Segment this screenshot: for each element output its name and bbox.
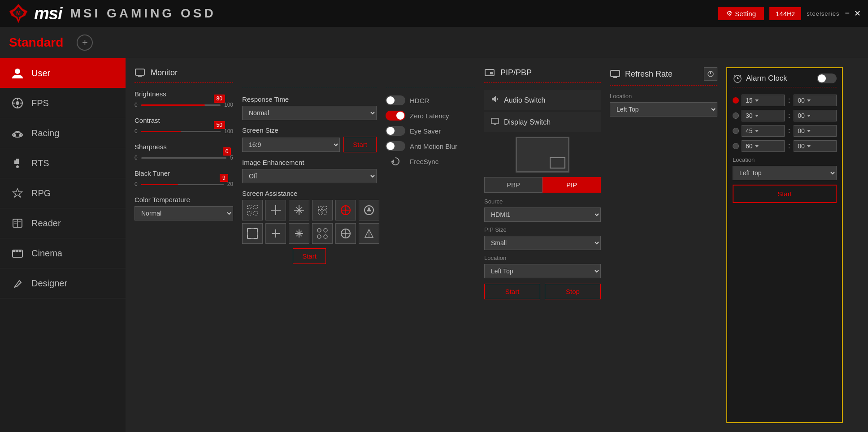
pip-size-section: PIP Size Small Medium Large [484,226,601,250]
assist-btn-7[interactable] [242,223,263,244]
display-switch-item[interactable]: Display Switch [484,112,601,132]
racing-icon [11,126,24,140]
sharpness-slider[interactable]: 0 [141,153,227,162]
brightness-value: 80 [214,95,225,103]
alarm-min-dropdown-icon-1[interactable] [806,97,812,104]
screen-assistance-start-row: Start [242,248,377,264]
display-switch-label: Display Switch [504,118,551,126]
alarm-location-label: Location [733,156,837,163]
monitor-icon [135,67,145,78]
alarm-location-select[interactable]: Left Top Right Top Left Bottom Right Bot… [733,166,837,180]
refresh-location-label: Location [610,93,717,99]
brightness-section: Brightness 0 80 100 [135,90,233,109]
pip-stop-button[interactable]: Stop [545,284,601,299]
add-profile-button[interactable]: + [77,35,93,51]
alarm-dot-1[interactable] [733,97,739,104]
sidebar-item-cinema[interactable]: Cinema [0,238,126,268]
refresh-power-button[interactable] [704,67,717,81]
contrast-slider[interactable]: 50 [141,127,221,136]
pbp-tab[interactable]: PBP [484,177,542,193]
screen-size-select[interactable]: 16:9 4:3 Auto [242,138,340,152]
screen-size-start-button[interactable]: Start [343,137,377,152]
sidebar-item-racing[interactable]: Racing [0,118,126,148]
assist-btn-12[interactable] [359,223,379,244]
svg-rect-50 [247,229,257,238]
svg-rect-31 [254,205,257,209]
assist-btn-10[interactable] [312,223,333,244]
setting-button[interactable]: ⚙ Setting [718,7,764,20]
alarm-time-2: 30 [742,110,785,121]
alarm-dropdown-icon-1[interactable] [754,97,760,104]
alarm-dropdown-icon-4[interactable] [754,143,760,149]
assist-btn-6[interactable] [359,200,379,220]
pip-source-select[interactable]: HDMI1 HDMI2 DisplayPort [484,207,601,222]
sidebar-label-rts: RTS [31,158,49,168]
assist-btn-11[interactable] [335,223,356,244]
assist-btn-4[interactable] [312,200,333,220]
pip-start-button[interactable]: Start [484,284,540,299]
sidebar-item-user[interactable]: User [0,58,126,88]
alarm-header: Alarm Clock [733,73,837,83]
alarm-time-3: 45 [742,125,785,137]
alarm-dot-2[interactable] [733,112,739,119]
gaming-oso-text: MSI GAMING OSD [70,6,216,21]
alarm-dot-4[interactable] [733,143,739,149]
dragon-icon: M [7,2,30,25]
svg-point-67 [317,235,321,238]
freesync-label: FreeSync [410,158,438,165]
alarm-dropdown-icon-2[interactable] [754,112,760,119]
sidebar-item-rts[interactable]: RTS [0,148,126,178]
pip-location-select[interactable]: Left Top Right Top Left Bottom Right Bot… [484,264,601,278]
svg-rect-41 [323,206,326,210]
black-tuner-slider[interactable]: 9 [141,180,224,189]
brightness-slider[interactable]: 80 [141,100,221,109]
alarm-dot-3[interactable] [733,128,739,134]
alarm-min-dropdown-icon-3[interactable] [806,128,812,134]
assist-btn-8[interactable] [265,223,286,244]
screen-assistance-start-button[interactable]: Start [293,248,326,264]
assist-btn-9[interactable] [289,223,309,244]
sidebar-item-designer[interactable]: Designer [0,268,126,298]
svg-rect-82 [611,70,620,77]
alarm-hours-3: 45 [746,127,753,134]
black-tuner-value: 9 [220,174,228,182]
alarm-dropdown-icon-3[interactable] [754,128,760,134]
alarm-start-button[interactable]: Start [733,185,837,203]
alarm-title-text: Alarm Clock [746,74,787,83]
assist-btn-3[interactable] [289,200,309,220]
sharpness-min: 0 [135,155,138,161]
svg-point-66 [324,229,327,232]
pip-tab[interactable]: PIP [542,177,601,193]
sidebar-item-fps[interactable]: FPS [0,88,126,118]
refresh-location-section: Location Left Top Right Top Left Bottom … [610,93,717,117]
assist-btn-2[interactable] [265,200,286,220]
refresh-location-select[interactable]: Left Top Right Top Left Bottom Right Bot… [610,102,717,117]
pip-size-select[interactable]: Small Medium Large [484,236,601,250]
eye-saver-toggle[interactable] [386,126,405,136]
image-enhancement-select[interactable]: Off Low Medium High Strongest [242,169,377,183]
sidebar-item-reader[interactable]: Reader [0,208,126,238]
close-button[interactable]: ✕ [854,9,861,18]
alarm-toggle[interactable] [817,73,837,83]
minimize-button[interactable]: − [845,9,850,18]
sidebar-label-cinema: Cinema [31,248,62,259]
color-temp-select[interactable]: Normal Warm Cool Custom [135,206,233,220]
pip-pbp-tabs: PBP PIP [484,177,601,193]
assist-btn-1[interactable] [242,200,263,220]
black-tuner-min: 0 [135,181,138,187]
svg-rect-13 [16,159,19,164]
refresh-icon [610,69,621,79]
zero-latency-toggle[interactable] [386,111,405,121]
sidebar-item-rpg[interactable]: RPG [0,178,126,208]
hz-button[interactable]: 144Hz [769,7,801,20]
alarm-min-dropdown-icon-2[interactable] [806,112,812,119]
alarm-min-dropdown-icon-4[interactable] [806,143,812,149]
assist-btn-5[interactable] [335,200,356,220]
anti-motion-blur-toggle[interactable] [386,141,405,151]
svg-rect-32 [247,212,251,215]
zero-latency-row: Zero Latency [386,111,475,121]
response-time-select[interactable]: Normal Fast Fastest [242,106,377,120]
audio-switch-item[interactable]: Audio Switch [484,90,601,110]
hdcr-toggle[interactable] [386,95,405,105]
response-panel: Response Time Normal Fast Fastest Screen… [242,67,377,423]
